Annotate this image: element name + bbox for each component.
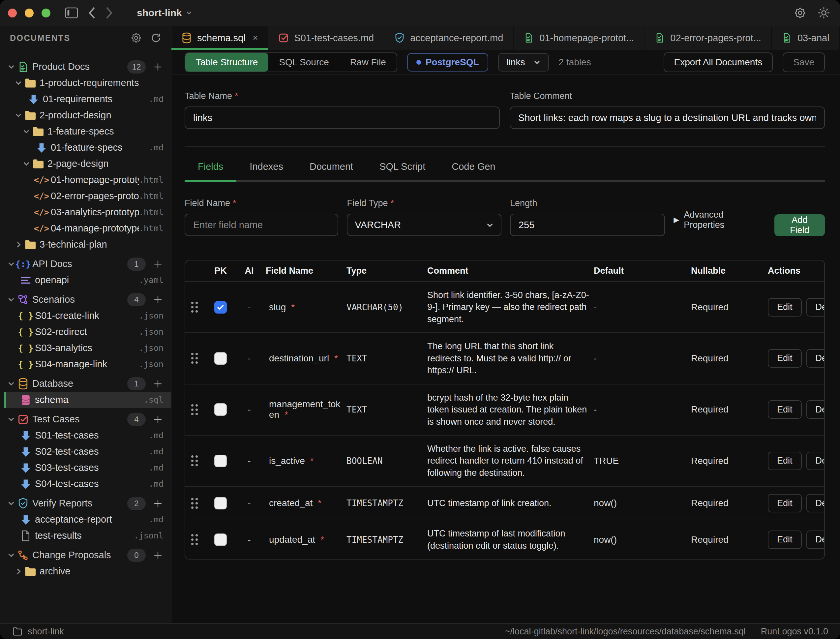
- add-item-plus-icon[interactable]: [153, 259, 163, 269]
- chevron-down-icon[interactable]: [6, 297, 16, 302]
- edit-field-button[interactable]: Edit: [768, 494, 802, 512]
- drag-handle-icon[interactable]: [191, 534, 198, 545]
- tab-acceptance-report-md[interactable]: acceptance-report.md: [384, 26, 514, 50]
- edit-field-button[interactable]: Edit: [768, 349, 802, 368]
- sidebar-item-01-feature-specs[interactable]: 01-feature-specs.md: [0, 140, 171, 156]
- chevron-down-icon[interactable]: [6, 261, 16, 266]
- add-item-plus-icon[interactable]: [153, 379, 163, 389]
- delete-field-button[interactable]: Delete: [807, 400, 825, 419]
- view-mode-sql-source[interactable]: SQL Source: [268, 53, 339, 72]
- maximize-window-button[interactable]: [41, 9, 51, 17]
- sidebar-item-01-homepage-prototy-[interactable]: </>01-homepage-prototy....html: [0, 172, 171, 188]
- delete-field-button[interactable]: Delete: [807, 494, 825, 512]
- edit-field-button[interactable]: Edit: [768, 531, 802, 549]
- tab-01-homepage-protot-[interactable]: 01-homepage-protot...: [514, 26, 645, 50]
- table-comment-input[interactable]: [510, 106, 825, 129]
- sidebar-settings-gear-icon[interactable]: [130, 32, 142, 43]
- sidebar-section-change-proposals[interactable]: Change Proposals0: [0, 547, 171, 563]
- sidebar-item-s04-test-cases[interactable]: S04-test-cases.md: [0, 476, 171, 492]
- sidebar-item-2-page-design[interactable]: 2-page-design: [0, 156, 171, 172]
- chevron-down-icon[interactable]: [6, 553, 16, 558]
- sidebar-item-s04-manage-link[interactable]: { }S04-manage-link.json: [0, 356, 171, 372]
- chevron-right-icon[interactable]: [13, 241, 24, 248]
- drag-handle-icon[interactable]: [191, 302, 198, 313]
- sidebar-section-test-cases[interactable]: Test Cases4: [0, 411, 171, 427]
- field-type-select[interactable]: VARCHAR: [347, 214, 501, 236]
- tab-03-anal[interactable]: 03-anal: [772, 26, 840, 50]
- refresh-icon[interactable]: [150, 32, 162, 43]
- settings-gear-icon[interactable]: [794, 6, 807, 19]
- sidebar-toggle-icon[interactable]: [65, 7, 78, 19]
- pk-checkbox-unchecked[interactable]: [214, 455, 227, 467]
- add-item-plus-icon[interactable]: [153, 499, 163, 509]
- tab-s01-test-cases-md[interactable]: S01-test-cases.md: [268, 26, 384, 50]
- subtab-fields[interactable]: Fields: [184, 161, 237, 182]
- sidebar-section-scenarios[interactable]: Scenarios4: [0, 291, 171, 308]
- add-item-plus-icon[interactable]: [153, 550, 163, 560]
- sidebar-item-archive[interactable]: archive: [0, 563, 171, 579]
- sidebar-section-product-docs[interactable]: Product Docs12: [0, 59, 171, 75]
- sidebar-item-01-requirements[interactable]: 01-requirements.md: [0, 91, 171, 107]
- sidebar-item-test-results[interactable]: test-results.jsonl: [0, 528, 171, 544]
- delete-field-button[interactable]: Delete: [807, 452, 825, 470]
- sidebar-item-3-technical-plan[interactable]: 3-technical-plan: [0, 237, 171, 253]
- field-name-input[interactable]: [184, 214, 338, 236]
- sidebar-item-02-error-pages-proto-[interactable]: </>02-error-pages-proto....html: [0, 188, 171, 204]
- export-all-documents-button[interactable]: Export All Documents: [664, 52, 773, 72]
- table-name-input[interactable]: [184, 106, 500, 129]
- sidebar-item-03-analytics-prototype[interactable]: </>03-analytics-prototype.html: [0, 204, 171, 220]
- sidebar-section-api-docs[interactable]: {:}API Docs1: [0, 256, 171, 272]
- drag-handle-icon[interactable]: [191, 498, 198, 509]
- drag-handle-icon[interactable]: [191, 353, 198, 364]
- sidebar-item-s03-analytics[interactable]: { }S03-analytics.json: [0, 340, 171, 356]
- window-title[interactable]: short-link: [137, 7, 192, 19]
- sidebar-item-acceptance-report[interactable]: acceptance-report.md: [0, 512, 171, 528]
- sidebar-item-openapi[interactable]: openapi.yaml: [0, 272, 171, 288]
- sidebar-item-04-manage-prototype[interactable]: </>04-manage-prototype.html: [0, 220, 171, 237]
- subtab-indexes[interactable]: Indexes: [237, 161, 296, 182]
- chevron-down-icon[interactable]: [21, 161, 32, 166]
- add-item-plus-icon[interactable]: [153, 415, 163, 424]
- chevron-down-icon[interactable]: [6, 501, 16, 506]
- sidebar-item-s02-test-cases[interactable]: S02-test-cases.md: [0, 443, 171, 459]
- pk-checkbox-unchecked[interactable]: [214, 534, 227, 546]
- view-mode-table-structure[interactable]: Table Structure: [185, 53, 268, 72]
- save-button[interactable]: Save: [783, 52, 825, 72]
- chevron-down-icon[interactable]: [21, 129, 32, 134]
- chevron-down-icon[interactable]: [6, 64, 16, 69]
- advanced-properties-toggle[interactable]: ▶ Advanced Properties: [673, 210, 765, 236]
- drag-handle-icon[interactable]: [191, 404, 198, 415]
- sidebar-item-1-product-requirements[interactable]: 1-product-requirements: [0, 75, 171, 91]
- pk-checkbox-checked[interactable]: [214, 301, 227, 313]
- pk-checkbox-unchecked[interactable]: [214, 403, 227, 416]
- sidebar-item-1-feature-specs[interactable]: 1-feature-specs: [0, 123, 171, 140]
- pk-checkbox-unchecked[interactable]: [214, 497, 227, 509]
- forward-icon[interactable]: [105, 6, 114, 19]
- delete-field-button[interactable]: Delete: [807, 298, 825, 316]
- subtab-document[interactable]: Document: [296, 161, 366, 182]
- sidebar-item-2-product-design[interactable]: 2-product-design: [0, 107, 171, 123]
- sidebar-item-schema[interactable]: schema.sql: [4, 392, 171, 408]
- back-icon[interactable]: [87, 6, 96, 19]
- theme-sun-icon[interactable]: [818, 6, 830, 19]
- chevron-down-icon[interactable]: [13, 81, 24, 86]
- tab-02-error-pages-prot-[interactable]: 02-error-pages-prot...: [645, 26, 772, 50]
- sidebar-section-database[interactable]: Database1: [0, 375, 171, 392]
- delete-field-button[interactable]: Delete: [807, 349, 825, 368]
- close-tab-icon[interactable]: ×: [253, 33, 258, 43]
- sidebar-item-s02-redirect[interactable]: { }S02-redirect.json: [0, 324, 171, 340]
- edit-field-button[interactable]: Edit: [768, 400, 802, 419]
- sidebar-item-s01-test-cases[interactable]: S01-test-cases.md: [0, 427, 171, 443]
- table-selector-dropdown[interactable]: links: [498, 53, 549, 72]
- chevron-down-icon[interactable]: [6, 417, 16, 422]
- chevron-down-icon[interactable]: [6, 381, 16, 386]
- add-field-button[interactable]: Add Field: [774, 214, 825, 236]
- minimize-window-button[interactable]: [25, 9, 33, 17]
- subtab-code-gen[interactable]: Code Gen: [438, 161, 508, 182]
- delete-field-button[interactable]: Delete: [807, 531, 825, 549]
- subtab-sql-script[interactable]: SQL Script: [366, 161, 438, 182]
- pk-checkbox-unchecked[interactable]: [214, 352, 227, 365]
- close-window-button[interactable]: [8, 9, 17, 17]
- sidebar-section-verify-reports[interactable]: Verify Reports2: [0, 495, 171, 512]
- drag-handle-icon[interactable]: [191, 455, 198, 466]
